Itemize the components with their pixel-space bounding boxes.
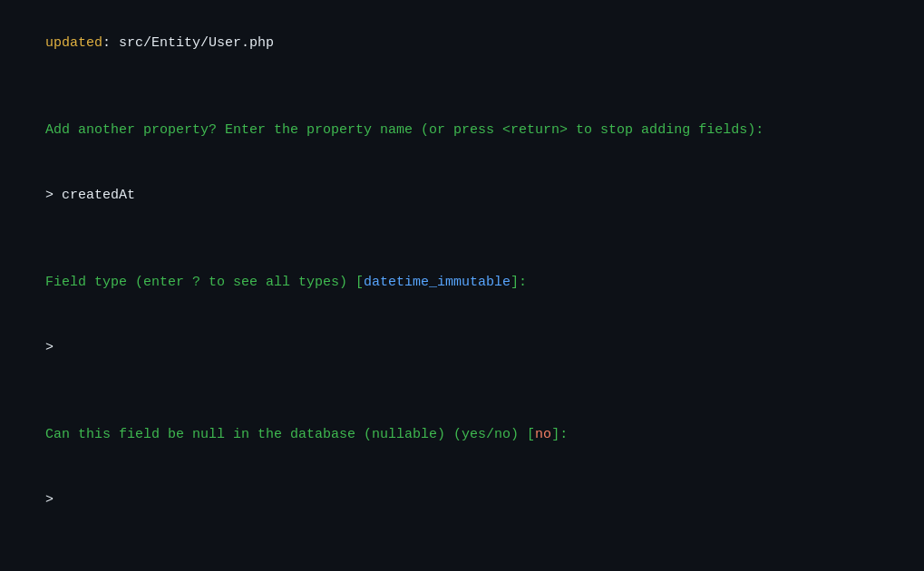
terminal: updated: src/Entity/User.php Add another…: [0, 0, 924, 571]
field-type-default: datetime_immutable: [364, 275, 511, 290]
nullable-default: no: [535, 427, 551, 442]
nullable-prompt: Can this field be null in the database (…: [13, 402, 911, 468]
updated-line-2: updated: src/Entity/User.php: [13, 555, 911, 571]
blank-4: [13, 533, 911, 555]
updated-label-1: updated: [45, 35, 102, 51]
updated-path-1: : src/Entity/User.php: [102, 35, 274, 51]
blank-2: [13, 228, 911, 250]
updated-line-1: updated: src/Entity/User.php: [13, 11, 911, 76]
blank-1: [13, 76, 911, 98]
input-createdat: > createdAt: [13, 163, 911, 228]
blank-3: [13, 381, 911, 402]
prompt-empty-2: >: [13, 468, 911, 533]
prompt-empty-1: >: [13, 315, 911, 381]
add-property-prompt-1: Add another property? Enter the property…: [13, 98, 911, 163]
field-type-prompt: Field type (enter ? to see all types) [d…: [13, 250, 911, 315]
